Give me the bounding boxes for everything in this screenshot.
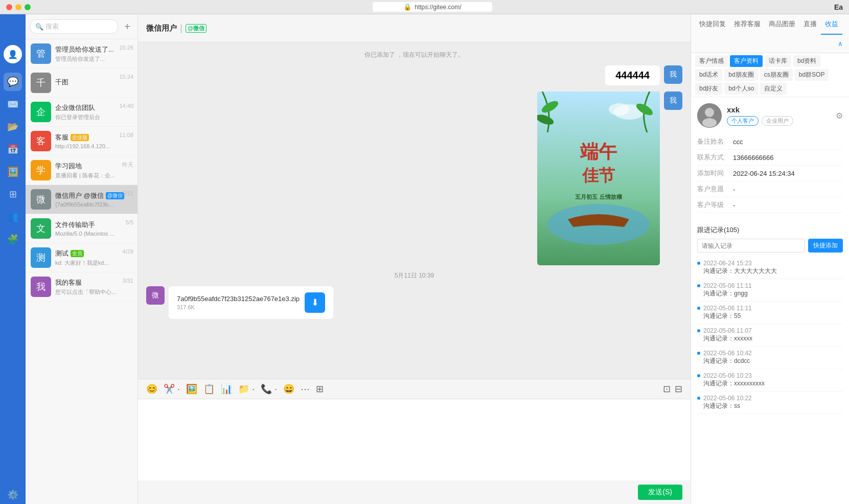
right-tab-2[interactable]: 商品图册 (765, 14, 799, 35)
sidebar-item-calendar[interactable]: 📅 (4, 140, 22, 158)
contact-time: 4/29 (123, 248, 133, 255)
right-subtab-1[interactable]: 客户资料 (730, 55, 763, 67)
contact-avatar: 文 (31, 218, 51, 239)
search-input[interactable]: 🔍 搜索 (30, 19, 118, 34)
customer-avatar (697, 103, 722, 128)
system-message: 你已添加了 ，现在可以开始聊天了。 (146, 51, 682, 59)
follow-content: 2022-05-06 10:42 沟通记录：dcdcc (703, 350, 752, 365)
right-tab-4[interactable]: 收益 (821, 14, 842, 35)
right-subtab-3[interactable]: bd资料 (793, 55, 820, 67)
contact-msg: 直播回看 | 陈春花：企... (55, 172, 132, 179)
sidebar-item-chat[interactable]: 💬 (4, 73, 22, 91)
right-tab-3[interactable]: 直播 (799, 14, 821, 35)
right-tab-0[interactable]: 快捷回复 (695, 14, 730, 35)
window-content: 👤 💬 ✉️ 📂 📅 🖼️ ⊞ 👥 (0, 14, 849, 504)
follow-date: 2022-05-06 11:07 (703, 327, 752, 334)
sidebar-item-group[interactable]: 👥 (4, 208, 22, 226)
follow-text: 沟通记录：gngg (703, 289, 752, 298)
close-button[interactable] (6, 4, 12, 10)
send-button[interactable]: 发送(S) (638, 485, 682, 500)
right-subtab-9[interactable]: bd个人so (724, 83, 758, 95)
tab-expand-button[interactable]: ∧ (836, 35, 845, 53)
phone-button[interactable]: 📞 · (261, 383, 277, 395)
follow-content: 2022-06-24 15:23 沟通记录：大大大大大大大 (703, 260, 777, 276)
right-subtab-4[interactable]: bd话术 (695, 69, 722, 81)
receiver-avatar: 微 (146, 286, 165, 305)
sidebar-item-plugin[interactable]: 🧩 (4, 230, 22, 248)
chat-main: 微信用户 | @微信 你已添加了 ，现在可以开始聊天了。 我 444444 (138, 14, 691, 504)
sidebar-avatar[interactable]: 👤 (4, 45, 22, 63)
message-row-number: 我 444444 (146, 65, 682, 85)
right-subtab-0[interactable]: 客户情感 (695, 55, 728, 67)
follow-record: 2022-05-06 10:22 沟通记录：ss (697, 392, 843, 414)
contact-msg: http://192.168.4.120... (55, 143, 132, 149)
cp-field-value: 2022-06-24 15:24:34 (733, 170, 795, 177)
sticker-button[interactable]: 😄 (283, 383, 294, 395)
contact-item-c7[interactable]: 文 文件传输助手 Mozilla/5.0 (Macintos ... 5/5 (26, 214, 137, 243)
follow-content: 2022-05-06 10:23 沟通记录：xxxxxxxxxx (703, 372, 765, 388)
follow-content: 2022-05-06 10:22 沟通记录：ss (703, 395, 752, 410)
chat-input-area[interactable] (138, 399, 691, 480)
right-scroll[interactable]: xxk 个人客户 企业用户 ⚙ 备注姓名ccc联系方式13666666666添加… (691, 97, 849, 504)
right-subtab-8[interactable]: bd好友 (695, 83, 722, 95)
contact-info: 学习园地 直播回看 | 陈春花：企... (55, 162, 132, 179)
tag-enterprise: 企业用户 (762, 116, 793, 126)
contact-item-c2[interactable]: 千 千图 15:24 (26, 68, 137, 98)
contact-time: 5/11 (123, 190, 133, 196)
add-contact-button[interactable]: + (121, 20, 133, 33)
sidebar-item-settings[interactable]: ⚙️ (4, 486, 22, 504)
contact-item-c5[interactable]: 学 学习园地 直播回看 | 陈春花：企... 昨天 (26, 156, 137, 185)
contact-item-c3[interactable]: 企 企业微信团队 你已登录管理后台 14:40 (26, 98, 137, 127)
contact-item-c4[interactable]: 客 客服 企业版 http://192.168.4.120... 11:08 (26, 127, 137, 156)
table-button[interactable]: 📊 (221, 383, 232, 395)
contact-item-c8[interactable]: 测 测试 全员 kd: 大家好！我是kd... 4/29 (26, 243, 137, 272)
contact-name: 微信用户 @微信 @微信 (55, 191, 132, 200)
customer-fields: 备注姓名ccc联系方式13666666666添加时间2022-06-24 15:… (697, 134, 843, 213)
contact-item-c9[interactable]: 我 我的客服 您可以点击「帮助中心... 3/31 (26, 272, 137, 302)
expand-button[interactable]: ⊡ (663, 383, 671, 395)
titlebar: 🔒 https://gitee.com/ Ea (0, 0, 849, 14)
contact-item-c6[interactable]: 微 微信用户 @微信 @微信 {7a0f9b55eafdc7f23b... 5/… (26, 185, 137, 214)
svg-point-11 (705, 108, 714, 117)
follow-content: 2022-05-06 11:11 沟通记录：gngg (703, 282, 752, 298)
more-button[interactable]: ⋯ (301, 383, 310, 395)
contact-tag: 全员 (71, 250, 84, 257)
right-subtab-6[interactable]: cs朋友圈 (760, 69, 793, 81)
sidebar-item-mail[interactable]: ✉️ (4, 95, 22, 113)
folder-button[interactable]: 📁 · (238, 383, 255, 395)
right-subtab-7[interactable]: bd群SOP (795, 69, 829, 81)
cp-field-label: 客户意愿 (697, 185, 733, 194)
contact-avatar: 企 (31, 102, 51, 122)
contact-name: 文件传输助手 (55, 220, 132, 230)
contact-item-c1[interactable]: 管 管理员给你发送了... 管理员给你发送了... 15:26 (26, 39, 137, 68)
customer-profile: xxk 个人客户 企业用户 ⚙ 备注姓名ccc联系方式13666666666添加… (691, 97, 849, 219)
image-button[interactable]: 🖼️ (186, 383, 197, 395)
minimize-button[interactable] (15, 4, 21, 10)
follow-content: 2022-05-06 11:07 沟通记录：xxxxxx (703, 327, 752, 343)
file-size: 317.6K (177, 304, 300, 310)
message-input[interactable] (138, 399, 691, 450)
right-subtab-2[interactable]: 话卡库 (765, 55, 791, 67)
follow-record: 2022-05-06 10:23 沟通记录：xxxxxxxxxx (697, 369, 843, 392)
right-subtab-5[interactable]: bd朋友圈 (724, 69, 758, 81)
sidebar-item-grid[interactable]: ⊞ (4, 185, 22, 203)
message-row-file: 微 7a0f9b55eafdc7f23b31252ae767e1e3.zip 3… (146, 286, 682, 319)
sidebar-item-image[interactable]: 🖼️ (4, 163, 22, 181)
maximize-button[interactable] (25, 4, 31, 10)
chat-messages[interactable]: 你已添加了 ，现在可以开始聊天了。 我 444444 我 千图网 千图网 (138, 42, 691, 379)
follow-text: 沟通记录：55 (703, 312, 752, 320)
right-tab-1[interactable]: 推荐客服 (730, 14, 765, 35)
cut-button[interactable]: ✂️ · (164, 383, 180, 395)
follow-text: 沟通记录：大大大大大大大 (703, 267, 777, 276)
sidebar-item-documents[interactable]: 📂 (4, 118, 22, 136)
settings-gear-button[interactable]: ⚙ (836, 111, 843, 121)
svg-text:五月初五 丘情故穰: 五月初五 丘情故穰 (575, 194, 622, 200)
right-subtab-10[interactable]: 自定义 (760, 83, 787, 95)
contact-avatar: 学 (31, 160, 51, 180)
emoji-button[interactable]: 😊 (146, 383, 157, 395)
layout-button[interactable]: ⊟ (675, 383, 682, 395)
follow-input[interactable] (697, 239, 805, 253)
clipboard-button[interactable]: 📋 (203, 383, 215, 395)
grid2-button[interactable]: ⊞ (316, 383, 324, 395)
quick-add-button[interactable]: 快捷添加 (808, 239, 843, 253)
